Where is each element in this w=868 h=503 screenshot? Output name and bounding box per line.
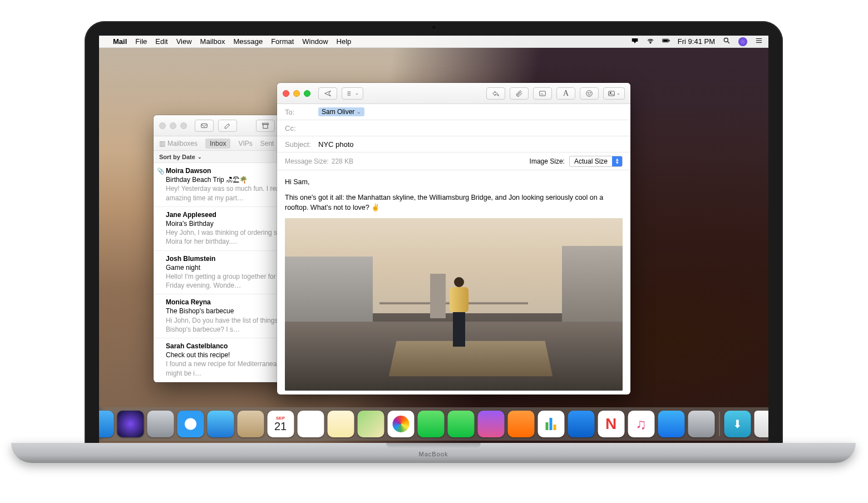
attachment-meta-row: Message Size: 228 KB Image Size: Actual … — [277, 152, 630, 170]
menubar-clock[interactable]: Fri 9:41 PM — [678, 37, 715, 46]
header-fields-button[interactable]: ⌄ — [342, 87, 363, 100]
dock-app-finder[interactable] — [99, 411, 114, 437]
inbox-tab[interactable]: Inbox — [205, 139, 230, 149]
sent-tab[interactable]: Sent — [260, 140, 274, 147]
macbook-notch — [386, 443, 481, 448]
compose-window: ⌄ A ⌄ To: Sam Oliver ⌄ Cc: Subject — [277, 83, 630, 394]
dock-app-systemprefs[interactable] — [688, 411, 714, 437]
dock-app-calendar[interactable]: SEP 21 — [267, 411, 294, 437]
recipient-name: Sam Oliver — [322, 108, 354, 116]
to-label: To: — [285, 108, 318, 116]
attach-button[interactable] — [510, 87, 529, 100]
compose-titlebar: ⌄ A ⌄ — [277, 83, 630, 104]
traffic-lights — [159, 122, 187, 129]
close-button[interactable] — [159, 122, 166, 129]
dock-app-reminders[interactable] — [297, 411, 324, 437]
cc-label: Cc: — [285, 124, 318, 132]
svg-rect-4 — [201, 124, 208, 127]
compose-button[interactable] — [218, 120, 237, 132]
desktop-screen: Mail File Edit View Mailbox Message Form… — [99, 36, 768, 444]
body-text: This one's got it all: the Manhattan sky… — [285, 193, 623, 213]
reply-button[interactable] — [486, 87, 505, 100]
menubar-item-file[interactable]: File — [135, 37, 147, 46]
traffic-lights — [283, 90, 310, 97]
menubar-item-window[interactable]: Window — [302, 37, 328, 46]
dock-app-music[interactable]: ♫ — [628, 411, 654, 437]
image-size-select[interactable]: Actual Size ▴▾ — [569, 156, 623, 167]
menubar-item-help[interactable]: Help — [337, 37, 352, 46]
menubar-item-edit[interactable]: Edit — [155, 37, 167, 46]
mailboxes-label: Mailboxes — [167, 140, 198, 147]
to-field[interactable]: To: Sam Oliver ⌄ — [277, 104, 630, 120]
sort-label: Sort by Date — [159, 154, 195, 160]
zoom-button[interactable] — [180, 122, 187, 129]
minimize-button[interactable] — [293, 90, 300, 97]
attached-photo[interactable] — [285, 218, 623, 391]
dock-app-contacts[interactable] — [237, 411, 264, 437]
close-button[interactable] — [283, 90, 289, 97]
markup-button[interactable] — [533, 87, 552, 100]
mailboxes-tab[interactable]: ▥ Mailboxes — [159, 140, 198, 147]
dock-app-ibooks[interactable] — [507, 411, 534, 437]
dock-separator — [719, 412, 719, 436]
siri-icon[interactable] — [738, 37, 747, 46]
svg-rect-9 — [540, 91, 546, 95]
menubar-item-format[interactable]: Format — [271, 37, 294, 46]
send-button[interactable] — [318, 87, 337, 100]
dock-app-numbers[interactable] — [537, 411, 564, 437]
format-button[interactable]: A — [556, 87, 575, 100]
dock-app-launchpad[interactable] — [147, 411, 174, 437]
dock-app-keynote[interactable] — [568, 411, 594, 437]
subject-field[interactable]: Subject: NYC photo — [277, 136, 630, 152]
get-mail-button[interactable] — [195, 120, 214, 132]
recipient-token[interactable]: Sam Oliver ⌄ — [318, 107, 364, 116]
menubar: Mail File Edit View Mailbox Message Form… — [99, 36, 768, 48]
macbook-base: MacBook — [11, 443, 856, 463]
menubar-app-name[interactable]: Mail — [113, 37, 127, 46]
dock-app-maps[interactable] — [357, 411, 384, 437]
menubar-item-message[interactable]: Message — [233, 37, 263, 46]
chevron-down-icon: ⌄ — [357, 109, 361, 115]
dock-app-news[interactable]: N — [598, 411, 624, 437]
battery-icon[interactable] — [662, 37, 670, 46]
dock-app-facetime[interactable] — [447, 411, 474, 437]
image-size-value: Actual Size — [570, 157, 612, 165]
svg-rect-1 — [663, 40, 668, 42]
dock-app-itunes[interactable] — [477, 411, 504, 437]
sidebar-icon: ▥ — [159, 140, 165, 147]
svg-rect-6 — [263, 124, 268, 128]
svg-point-12 — [590, 92, 590, 93]
dock-app-messages[interactable] — [417, 411, 444, 437]
minimize-button[interactable] — [170, 122, 176, 129]
chevron-down-icon: ⌄ — [198, 154, 202, 160]
message-size-label: Message Size: — [285, 157, 329, 165]
cc-field[interactable]: Cc: — [277, 120, 630, 136]
zoom-button[interactable] — [304, 90, 310, 97]
notification-center-icon[interactable] — [755, 37, 763, 46]
dock-app-downloads[interactable]: ⬇ — [724, 411, 751, 437]
dock-app-notes[interactable] — [327, 411, 354, 437]
dock-app-mail[interactable] — [207, 411, 234, 437]
svg-point-11 — [588, 92, 589, 93]
dock-app-photos[interactable] — [387, 411, 414, 437]
airplay-icon[interactable] — [631, 37, 639, 46]
macbook-label: MacBook — [419, 451, 448, 457]
dock-app-safari[interactable] — [177, 411, 204, 437]
wifi-icon[interactable] — [647, 37, 654, 46]
compose-body[interactable]: Hi Sam, This one's got it all: the Manha… — [277, 170, 630, 394]
photo-browser-button[interactable]: ⌄ — [603, 87, 625, 100]
menubar-item-mailbox[interactable]: Mailbox — [200, 37, 225, 46]
dock-app-appstore[interactable] — [658, 411, 684, 437]
dock-app-siri[interactable] — [117, 411, 144, 437]
macbook-frame: Mail File Edit View Mailbox Message Form… — [85, 21, 783, 444]
svg-point-10 — [586, 90, 593, 96]
spotlight-icon[interactable] — [723, 37, 731, 46]
menubar-item-view[interactable]: View — [176, 37, 192, 46]
attachment-icon: 📎 — [157, 167, 165, 175]
image-size-label: Image Size: — [530, 157, 565, 165]
dock: SEP 21N♫⬇ — [99, 407, 768, 441]
emoji-button[interactable] — [580, 87, 599, 100]
vips-tab[interactable]: VIPs — [238, 140, 252, 147]
archive-button[interactable] — [256, 120, 275, 132]
dock-app-trash[interactable] — [754, 411, 768, 437]
